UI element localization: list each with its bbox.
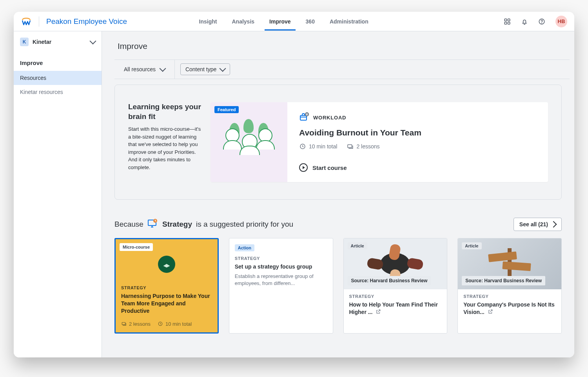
notifications-icon[interactable] [521,18,528,25]
card-body: STRATEGY How to Help Your Team Find Thei… [344,289,447,322]
help-icon[interactable] [538,18,545,25]
hero-intro: Learning keeps your brain fit Start with… [128,102,211,182]
sidebar-item-kinetar-resources[interactable]: Kinetar resources [14,85,102,99]
card-category: STRATEGY [349,294,442,299]
featured-title: Avoiding Burnout in Your Team [299,128,536,137]
workday-logo-icon [21,16,32,27]
svg-rect-3 [508,22,510,24]
see-all-label: See all (21) [519,221,548,227]
type-badge: Micro-course [120,243,153,251]
play-icon [299,163,308,172]
chevron-down-icon [220,65,226,72]
featured-hero: Learning keeps your brain fit Start with… [114,85,562,200]
card-article[interactable]: Article Source: Harvard Business Review … [457,238,562,334]
page-title: Improve [102,31,574,60]
card-image: Article Source: Harvard Business Review [344,238,447,289]
card-category: STRATEGY [463,294,556,299]
featured-image: Featured [211,102,287,182]
hero-subtext: Start with this micro-course—it's a bite… [128,125,203,171]
card-micro-course[interactable]: Micro-course STRATEGY Harnessing Purpose… [114,238,219,334]
card-title: Harnessing Purpose to Make Your Team Mor… [121,292,212,315]
featured-category: WORKLOAD [313,115,346,121]
org-badge: K [20,38,29,46]
start-course-label: Start course [312,164,347,171]
card-action[interactable]: Action STRATEGY Set up a strategy focus … [229,238,333,334]
featured-course-card[interactable]: Featured [211,102,548,182]
brand-separator [39,16,39,27]
type-badge: Article [462,242,481,249]
suggested-section-header: Because Strategy is a suggested priority… [114,218,562,231]
type-badge: Action [235,244,254,251]
svg-rect-9 [348,145,352,148]
sidebar-item-resources[interactable]: Resources [14,71,102,85]
featured-meta: 10 min total 2 lessons [299,143,536,150]
user-avatar[interactable]: HB [555,16,567,27]
nav-analysis[interactable]: Analysis [230,13,256,30]
people-illustration-icon [225,124,272,160]
filter-all-resources[interactable]: All resources [114,60,174,79]
suggested-prefix: Because [114,220,143,229]
card-image: Article Source: Harvard Business Review [458,238,561,289]
sidebar-section-label: Improve [14,56,102,71]
main-content: Improve All resources Content type Lea [102,31,574,357]
filter-all-label: All resources [124,66,156,72]
card-body: STRATEGY Set up a strategy focus group E… [229,251,333,292]
card-meta: 2 lessons 10 min total [121,321,212,327]
filters-bar: All resources Content type [114,60,570,79]
card-title: Your Company's Purpose Is Not Its Vision… [463,301,556,316]
source-badge: Source: Harvard Business Review [462,276,545,285]
suggested-section-title: Because Strategy is a suggested priority… [114,219,293,230]
svg-rect-6 [300,115,307,120]
card-category: STRATEGY [121,285,212,290]
start-course-button[interactable]: Start course [299,155,536,172]
clock-icon [299,143,306,150]
org-picker[interactable]: K Kinetar [14,31,102,49]
chevron-down-icon [90,38,96,45]
card-body: STRATEGY Harnessing Purpose to Make Your… [116,282,218,332]
chevron-right-icon [550,221,557,228]
svg-rect-2 [505,22,506,24]
card-article[interactable]: Article Source: Harvard Business Review … [343,238,448,334]
card-description: Establish a representative group of empl… [235,273,327,287]
featured-body: WORKLOAD Avoiding Burnout in Your Team 1… [287,102,548,182]
featured-lessons: 2 lessons [356,143,379,150]
clock-icon [158,321,163,326]
external-link-icon [376,309,381,316]
strategy-icon [147,219,158,230]
suggested-priority-name: Strategy [162,220,192,229]
type-badge: Article [348,242,367,249]
card-category: STRATEGY [235,256,327,261]
top-bar: Peakon Employee Voice Insight Analysis I… [14,12,574,31]
lessons-icon [347,143,354,150]
nav-improve[interactable]: Improve [268,13,292,30]
resource-cards: Micro-course STRATEGY Harnessing Purpose… [114,238,562,334]
featured-badge: Featured [214,106,239,113]
chevron-down-icon [159,65,166,72]
workload-icon [299,112,309,123]
primary-nav: Insight Analysis Improve 360 Administrat… [198,13,370,30]
nav-360[interactable]: 360 [304,13,316,30]
card-image: Micro-course [116,239,218,282]
svg-rect-12 [122,323,125,325]
lessons-icon [121,321,127,326]
nav-insight[interactable]: Insight [198,13,219,30]
apps-icon[interactable] [504,18,511,25]
course-emblem-icon [158,256,175,273]
see-all-button[interactable]: See all (21) [514,218,562,231]
sidebar: K Kinetar Improve Resources Kinetar reso… [14,31,102,357]
svg-point-5 [542,23,542,23]
card-lessons: 2 lessons [129,321,151,327]
org-name: Kinetar [33,39,87,45]
product-name: Peakon Employee Voice [46,17,127,26]
top-actions: HB [504,16,567,27]
external-link-icon [488,309,493,316]
nav-administration[interactable]: Administration [328,13,370,30]
filter-content-type-label: Content type [185,66,216,72]
card-duration: 10 min total [165,321,192,327]
svg-rect-1 [508,19,510,21]
svg-rect-0 [505,19,506,21]
filter-content-type[interactable]: Content type [180,63,230,75]
source-badge: Source: Harvard Business Review [348,276,431,285]
card-title: Set up a strategy focus group [235,263,327,271]
hero-headline: Learning keeps your brain fit [128,102,203,121]
